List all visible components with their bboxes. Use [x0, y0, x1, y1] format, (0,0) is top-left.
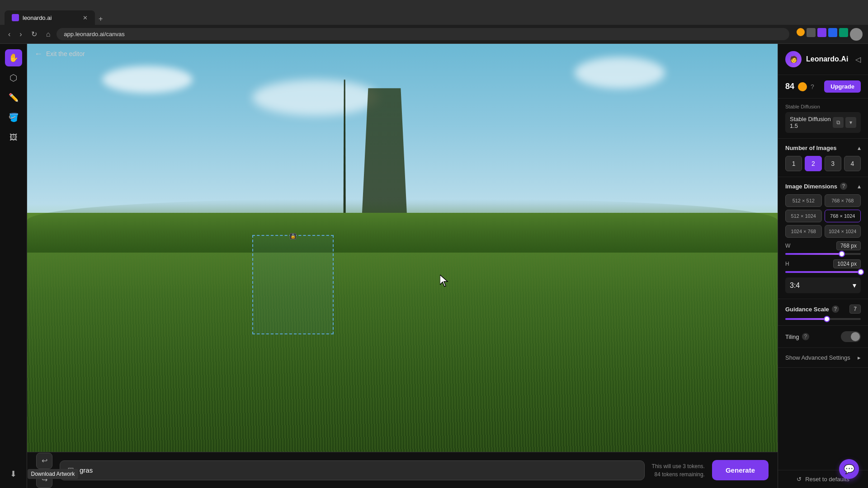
advanced-settings-btn[interactable]: Show Advanced Settings ▸: [778, 348, 868, 368]
height-label: H: [785, 261, 789, 267]
tiling-label: Tiling ?: [785, 333, 809, 340]
num-images-collapse[interactable]: ▴: [858, 144, 861, 151]
token-count: 84: [785, 82, 794, 91]
ext-icon-3: [828, 28, 837, 37]
dim-1024x768[interactable]: 1024 × 768: [785, 225, 822, 238]
token-row: 84 ? Upgrade: [778, 75, 868, 99]
model-label: Stable Diffusion: [785, 104, 861, 109]
ext-icon-2: [817, 28, 826, 37]
tab-close-btn[interactable]: ✕: [83, 14, 88, 21]
guidance-slider-track[interactable]: [785, 318, 861, 320]
guidance-help-icon[interactable]: ?: [832, 305, 839, 313]
tool-download[interactable]: ⬇ Download Artwork: [5, 465, 22, 483]
num-btn-3[interactable]: 3: [825, 156, 841, 171]
guidance-slider-thumb[interactable]: [824, 316, 830, 322]
browser-chrome: leonardo.ai ✕ +: [0, 0, 868, 25]
num-btn-1[interactable]: 1: [785, 156, 802, 171]
canvas-header: ← Exit the editor: [27, 44, 778, 64]
selection-handle[interactable]: 🔒: [290, 233, 296, 239]
model-icons: ⧉ ▾: [833, 117, 856, 128]
dimensions-header: Image Dimensions ? ▴: [785, 183, 861, 190]
dim-768x1024[interactable]: 768 × 1024: [825, 210, 861, 222]
hand-icon: ✋: [9, 53, 19, 63]
width-slider-thumb[interactable]: [839, 251, 845, 257]
exit-editor-btn[interactable]: ← Exit the editor: [34, 49, 85, 59]
bottom-bar: ↩↪ ⊞ This will use 3 tokens. 84 tokens r…: [27, 452, 778, 488]
num-images-header: Number of Images ▴: [785, 144, 861, 151]
tiling-toggle[interactable]: [841, 331, 861, 342]
canvas-image: 🔒: [27, 44, 778, 488]
prompt-sliders-icon[interactable]: ⊞: [67, 465, 74, 475]
back-btn[interactable]: ‹: [5, 28, 13, 40]
cloud-1: [102, 66, 193, 93]
dim-768x768[interactable]: 768 × 768: [825, 194, 861, 207]
aspect-dropdown-icon: ▾: [853, 281, 856, 290]
dim-1024x1024[interactable]: 1024 × 1024: [825, 225, 861, 238]
grass-texture: [27, 230, 778, 488]
width-label: W: [785, 243, 790, 249]
height-slider-thumb[interactable]: [858, 269, 864, 275]
treeline: [27, 199, 778, 253]
height-slider-row: H 1024 px: [785, 259, 861, 273]
width-value[interactable]: 768 px: [836, 241, 861, 250]
fill-icon: 🪣: [9, 113, 19, 122]
guidance-title: Guidance Scale ?: [785, 305, 839, 313]
aspect-ratio-selector[interactable]: 3:4 ▾: [785, 277, 861, 293]
download-icon: ⬇: [10, 469, 17, 479]
forward-btn[interactable]: ›: [17, 28, 24, 40]
height-unit: px: [851, 261, 857, 267]
reset-icon: ↺: [797, 476, 802, 483]
advanced-arrow-icon: ▸: [858, 354, 861, 361]
height-slider-track[interactable]: [785, 271, 861, 273]
select-icon: ⬡: [9, 72, 17, 83]
dim-512x512[interactable]: 512 × 512: [785, 194, 822, 207]
tool-fill[interactable]: 🪣: [5, 109, 22, 126]
address-bar[interactable]: [57, 28, 789, 40]
tool-image[interactable]: 🖼: [5, 129, 22, 146]
tool-hand[interactable]: ✋: [5, 49, 22, 66]
prompt-input[interactable]: [80, 466, 637, 474]
redo-btn[interactable]: ↪: [36, 472, 52, 488]
model-selector[interactable]: Stable Diffusion 1.5 ⧉ ▾: [785, 112, 861, 133]
model-section: Stable Diffusion Stable Diffusion 1.5 ⧉ …: [778, 99, 868, 139]
exit-editor-label: Exit the editor: [46, 50, 85, 57]
home-btn[interactable]: ⌂: [43, 28, 53, 40]
height-value[interactable]: 1024 px: [833, 259, 861, 268]
active-tab[interactable]: leonardo.ai ✕: [5, 10, 95, 25]
chat-bubble-btn[interactable]: 💬: [839, 459, 859, 479]
token-coin-icon: [798, 82, 807, 91]
guidance-section: Guidance Scale ? 7: [778, 299, 868, 326]
ext-icon-1: [807, 28, 816, 37]
model-dropdown-icon[interactable]: ▾: [845, 117, 856, 128]
height-slider-fill: [785, 271, 861, 273]
advanced-settings-label: Show Advanced Settings: [785, 354, 850, 361]
generate-btn[interactable]: Generate: [712, 460, 769, 480]
tab-title: leonardo.ai: [23, 14, 52, 21]
refresh-btn[interactable]: ↻: [28, 28, 40, 40]
width-slider-track[interactable]: [785, 253, 861, 255]
token-info: This will use 3 tokens. 84 tokens remain…: [652, 462, 705, 479]
tool-brush[interactable]: ✏️: [5, 89, 22, 106]
undo-btn[interactable]: ↩: [36, 453, 52, 469]
num-btn-2[interactable]: 2: [805, 156, 821, 171]
selection-box: 🔒: [252, 235, 334, 334]
tiling-section: Tiling ?: [778, 326, 868, 348]
token-info-line2: 84 tokens remaining.: [652, 470, 705, 479]
dimensions-collapse[interactable]: ▴: [858, 183, 861, 190]
app-layout: ✋ ⬡ ✏️ 🪣 🖼 ⬇ Download Artwork ← Exit the…: [0, 44, 868, 488]
dimensions-help-icon[interactable]: ?: [840, 183, 847, 190]
user-avatar: 🧑: [785, 51, 802, 67]
tool-select[interactable]: ⬡: [5, 69, 22, 86]
upgrade-btn[interactable]: Upgrade: [824, 80, 861, 93]
tiling-toggle-knob: [851, 332, 860, 341]
profile-icon[interactable]: [850, 28, 863, 41]
dim-512x1024[interactable]: 512 × 1024: [785, 210, 822, 222]
model-copy-icon[interactable]: ⧉: [833, 117, 844, 128]
guidance-slider-fill: [785, 318, 827, 320]
model-name: Stable Diffusion 1.5: [790, 116, 833, 129]
token-help-icon[interactable]: ?: [811, 83, 814, 90]
tiling-help-icon[interactable]: ?: [802, 333, 809, 340]
collapse-panel-btn[interactable]: ◁: [855, 55, 861, 64]
new-tab-btn[interactable]: +: [95, 13, 106, 25]
num-btn-4[interactable]: 4: [844, 156, 861, 171]
